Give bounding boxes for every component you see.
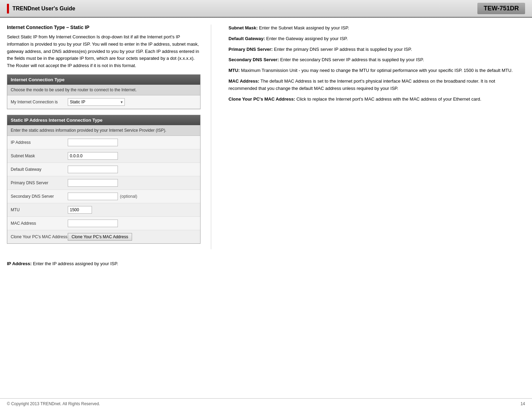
bottom-text-ip-bold: IP Address: [7,261,32,266]
ip-address-row: IP Address [7,136,200,149]
desc-clone-mac-text: Click to replace the Internet port's MAC… [296,96,481,102]
section-title: Internet Connection Type – Static IP [7,25,200,30]
connection-type-panel: Internet Connection Type Choose the mode… [7,74,200,109]
bottom-text: IP Address: Enter the IP address assigne… [0,256,532,271]
footer-copyright: © Copyright 2013 TRENDnet. All Rights Re… [7,401,100,406]
desc-mac-address-text: The default MAC Address is set to the In… [228,78,495,91]
connection-type-select[interactable]: Static IP DHCP PPPoE L2TP PPTP [68,98,125,106]
desc-subnet-mask: Subnet Mask: Enter the Subnet Mask assig… [228,25,525,32]
term-mtu: MTU: [228,68,240,73]
term-secondary-dns: Secondary DNS Server: [228,57,279,62]
desc-secondary-dns: Secondary DNS Server: Enter the secondar… [228,56,525,64]
term-default-gateway: Default Gateway: [228,36,265,41]
mtu-label: MTU [11,207,68,212]
mac-address-label: MAC Address [11,221,68,226]
clone-mac-button[interactable]: Clone Your PC's MAC Address [68,233,132,241]
term-clone-mac: Clone Your PC's MAC Address: [228,96,295,102]
mtu-row: MTU [7,203,200,217]
subnet-mask-label: Subnet Mask [11,154,68,158]
clone-mac-row: Clone Your PC's MAC Address Clone Your P… [7,230,200,243]
header-title: TRENDnet User's Guide [12,6,75,12]
page-footer: © Copyright 2013 TRENDnet. All Rights Re… [0,398,532,409]
desc-primary-dns: Primary DNS Server: Enter the primary DN… [228,46,525,53]
connection-type-dropdown-wrapper[interactable]: Static IP DHCP PPPoE L2TP PPTP ▼ [68,98,125,106]
column-divider [211,25,211,249]
static-ip-panel: Static IP Address Internet Connection Ty… [7,115,200,244]
main-content: Internet Connection Type – Static IP Sel… [0,18,532,256]
static-ip-panel-subheader: Enter the static address information pro… [7,125,200,136]
term-primary-dns: Primary DNS Server: [228,47,273,52]
connection-type-label: My Internet Connection is [11,100,68,104]
connection-type-row: My Internet Connection is Static IP DHCP… [7,95,200,109]
page-header: TRENDnet User's Guide TEW-751DR [0,0,532,18]
desc-mtu: MTU: Maximum Transmission Unit - you may… [228,67,525,74]
connection-type-panel-subheader: Choose the mode to be used by the router… [7,85,200,95]
default-gateway-row: Default Gateway [7,163,200,176]
secondary-dns-row: Secondary DNS Server (optional) [7,190,200,203]
ip-address-label: IP Address [11,140,68,145]
primary-dns-row: Primary DNS Server [7,176,200,190]
section-intro: Select Static IP from My Internet Connec… [7,34,200,69]
primary-dns-input[interactable] [68,179,118,187]
primary-dns-label: Primary DNS Server [11,180,68,185]
mtu-input[interactable] [68,206,92,214]
clone-mac-label: Clone Your PC's MAC Address [11,234,68,239]
logo-bar [7,4,9,13]
logo-area: TRENDnet User's Guide [7,4,75,13]
ip-address-input[interactable] [68,139,118,146]
secondary-dns-input[interactable] [68,193,118,200]
mac-address-row: MAC Address [7,217,200,230]
desc-clone-mac: Clone Your PC's MAC Address: Click to re… [228,96,525,103]
desc-mtu-text: Maximum Transmission Unit - you may need… [241,68,513,73]
footer-page: 14 [521,401,525,406]
mac-address-input[interactable] [68,220,118,227]
bottom-text-ip-desc: Enter the IP address assigned by your IS… [33,261,118,266]
left-column: Internet Connection Type – Static IP Sel… [7,25,200,249]
optional-label: (optional) [120,194,137,199]
desc-mac-address: MAC Address: The default MAC Address is … [228,78,525,92]
default-gateway-label: Default Gateway [11,167,68,172]
desc-default-gateway: Default Gateway: Enter the Gateway assig… [228,35,525,43]
subnet-mask-input[interactable] [68,152,118,160]
header-model: TEW-751DR [477,3,525,14]
secondary-dns-label: Secondary DNS Server [11,194,68,199]
desc-secondary-dns-text: Enter the secondary DNS server IP addres… [280,57,424,62]
term-mac-address: MAC Address: [228,78,259,84]
static-ip-panel-header: Static IP Address Internet Connection Ty… [7,115,200,125]
desc-default-gateway-text: Enter the Gateway assigned by your ISP. [266,36,348,41]
desc-primary-dns-text: Enter the primary DNS server IP address … [274,47,412,52]
desc-subnet-mask-text: Enter the Subnet Mask assigned by your I… [259,25,349,30]
term-subnet-mask: Subnet Mask: [228,25,258,30]
right-column: Subnet Mask: Enter the Subnet Mask assig… [222,25,525,249]
default-gateway-input[interactable] [68,166,118,173]
connection-type-panel-header: Internet Connection Type [7,75,200,85]
subnet-mask-row: Subnet Mask [7,149,200,163]
